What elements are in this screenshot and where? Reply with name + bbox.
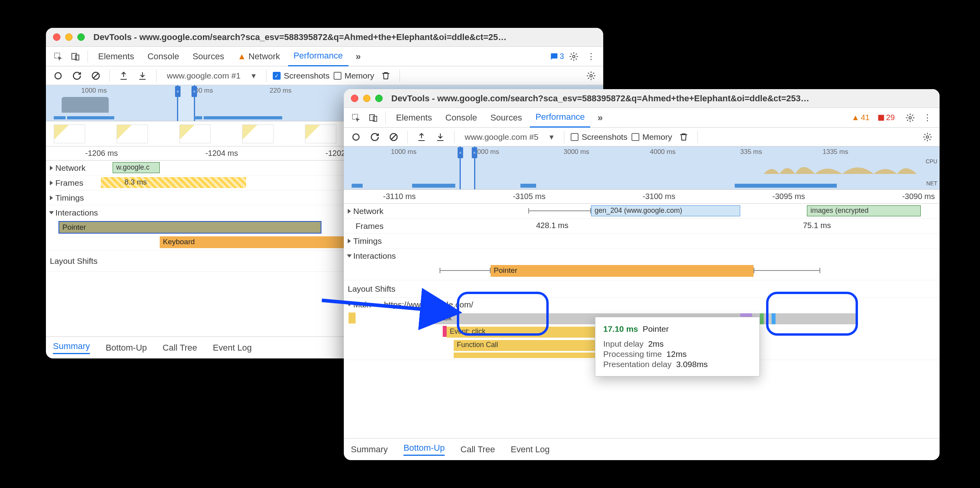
clear-icon[interactable]: [88, 68, 103, 83]
fullscreen-icon[interactable]: [77, 33, 85, 41]
tab-event-log[interactable]: Event Log: [213, 343, 252, 353]
overview-timeline[interactable]: 1000 ms 000 ms 3000 ms 4000 ms 335 ms 13…: [344, 146, 940, 190]
errors-badge[interactable]: 29: [878, 113, 895, 122]
close-icon[interactable]: [53, 33, 60, 41]
thumbnail[interactable]: [54, 124, 85, 143]
inspect-icon[interactable]: [349, 110, 363, 125]
close-icon[interactable]: [351, 95, 358, 102]
expand-icon[interactable]: [50, 166, 53, 170]
titlebar[interactable]: DevTools - www.google.com/search?sca_esv…: [46, 28, 603, 47]
expand-icon[interactable]: [50, 181, 53, 185]
expand-icon[interactable]: [348, 209, 351, 214]
device-icon[interactable]: [68, 49, 83, 64]
track-label-text: Network: [353, 207, 383, 216]
grabber-handle-left[interactable]: ≡: [458, 147, 463, 158]
clear-icon[interactable]: [386, 130, 401, 144]
recording-select[interactable]: www.google.com #5▾: [461, 132, 558, 142]
overflow-icon[interactable]: ⋮: [584, 49, 599, 64]
svg-line-15: [391, 135, 396, 139]
gear-icon[interactable]: [903, 110, 918, 125]
minimize-icon[interactable]: [65, 33, 73, 41]
recording-select[interactable]: www.google.com #1▾: [163, 71, 260, 80]
ruler-tick: -1206 ms: [85, 149, 118, 158]
frame-bar[interactable]: [101, 177, 246, 188]
interaction-pointer[interactable]: Pointer: [58, 221, 321, 234]
gear-icon[interactable]: [566, 49, 581, 64]
tab-summary[interactable]: Summary: [53, 341, 90, 354]
checkbox-label: Screenshots: [284, 71, 330, 80]
network-item[interactable]: w.google.c: [113, 162, 160, 173]
trash-icon[interactable]: [676, 130, 691, 144]
warn-count: 41: [861, 113, 870, 122]
tab-call-tree[interactable]: Call Tree: [460, 444, 495, 455]
titlebar[interactable]: DevTools - www.google.com/search?sca_esv…: [344, 89, 940, 108]
download-icon[interactable]: [433, 130, 448, 144]
tab-network[interactable]: ▲Network: [232, 47, 285, 66]
grabber-handle-left[interactable]: ≡: [175, 86, 181, 97]
range-selector[interactable]: ≡ ≡: [460, 146, 475, 189]
upload-icon[interactable]: [116, 68, 131, 83]
fullscreen-icon[interactable]: [375, 95, 383, 102]
reload-icon[interactable]: [367, 130, 382, 144]
tab-performance[interactable]: Performance: [530, 108, 590, 128]
record-icon[interactable]: [51, 68, 66, 83]
perf-toolbar: www.google.com #1▾ ✓Screenshots Memory: [46, 66, 603, 85]
network-item[interactable]: images (encrypted: [807, 205, 921, 216]
tick: 220 ms: [270, 87, 292, 95]
record-icon[interactable]: [349, 130, 363, 144]
minimize-icon[interactable]: [363, 95, 370, 102]
expand-icon[interactable]: [348, 239, 351, 243]
grabber-handle-right[interactable]: ≡: [192, 86, 197, 97]
tab-bottom-up[interactable]: Bottom-Up: [403, 443, 445, 456]
comments-badge[interactable]: 3: [550, 52, 564, 61]
memory-checkbox[interactable]: Memory: [334, 71, 374, 80]
overflow-icon[interactable]: ⋮: [920, 110, 935, 125]
screenshots-checkbox[interactable]: Screenshots: [571, 132, 628, 142]
gear-icon[interactable]: [920, 130, 935, 144]
download-icon[interactable]: [135, 68, 150, 83]
expand-icon[interactable]: [50, 196, 53, 200]
traffic-lights: [351, 95, 383, 102]
task-sliver[interactable]: [760, 313, 764, 324]
track-timings[interactable]: Timings: [344, 234, 940, 249]
memory-checkbox[interactable]: Memory: [631, 132, 672, 142]
ruler[interactable]: -3110 ms -3105 ms -3100 ms -3095 ms -309…: [344, 190, 940, 204]
track-frames[interactable]: Frames 428.1 ms 75.1 ms: [344, 219, 940, 234]
screenshots-checkbox[interactable]: ✓Screenshots: [273, 71, 330, 80]
track-label-text: Network: [55, 163, 86, 173]
trash-icon[interactable]: [378, 68, 393, 83]
track-network[interactable]: Network gen_204 (www.google.com) images …: [344, 204, 940, 219]
gear-icon[interactable]: [584, 68, 599, 83]
more-tabs-icon[interactable]: »: [351, 49, 366, 64]
thumbnail[interactable]: [305, 124, 336, 143]
tooltip-row-label: Presentation delay: [603, 360, 672, 369]
comments-count: 3: [560, 52, 564, 61]
tab-elements[interactable]: Elements: [391, 108, 438, 128]
tab-performance[interactable]: Performance: [288, 47, 349, 66]
tab-bottom-up[interactable]: Bottom-Up: [106, 343, 147, 353]
warnings-badge[interactable]: ▲ 41: [852, 113, 870, 122]
tab-sources[interactable]: Sources: [485, 108, 527, 128]
inspect-icon[interactable]: [51, 49, 66, 64]
upload-icon[interactable]: [414, 130, 429, 144]
tab-console[interactable]: Console: [440, 108, 483, 128]
device-icon[interactable]: [366, 110, 381, 125]
svg-point-16: [926, 136, 929, 138]
tab-sources[interactable]: Sources: [187, 47, 230, 66]
range-selector[interactable]: ≡ ≡: [177, 85, 195, 121]
tab-console[interactable]: Console: [142, 47, 185, 66]
collapse-icon[interactable]: [347, 254, 352, 258]
thumbnail[interactable]: [242, 124, 274, 143]
more-tabs-icon[interactable]: »: [593, 110, 608, 125]
tab-event-log[interactable]: Event Log: [511, 444, 549, 455]
network-item[interactable]: gen_204 (www.google.com): [591, 205, 740, 216]
grabber-handle-right[interactable]: ≡: [472, 147, 477, 158]
reload-icon[interactable]: [69, 68, 84, 83]
thumbnail[interactable]: [179, 124, 211, 143]
tab-summary[interactable]: Summary: [351, 444, 388, 455]
thumbnail[interactable]: [117, 124, 148, 143]
tab-call-tree[interactable]: Call Tree: [162, 343, 197, 353]
tab-elements[interactable]: Elements: [93, 47, 140, 66]
collapse-icon[interactable]: [49, 211, 54, 214]
interaction-pointer[interactable]: Pointer: [491, 265, 754, 277]
